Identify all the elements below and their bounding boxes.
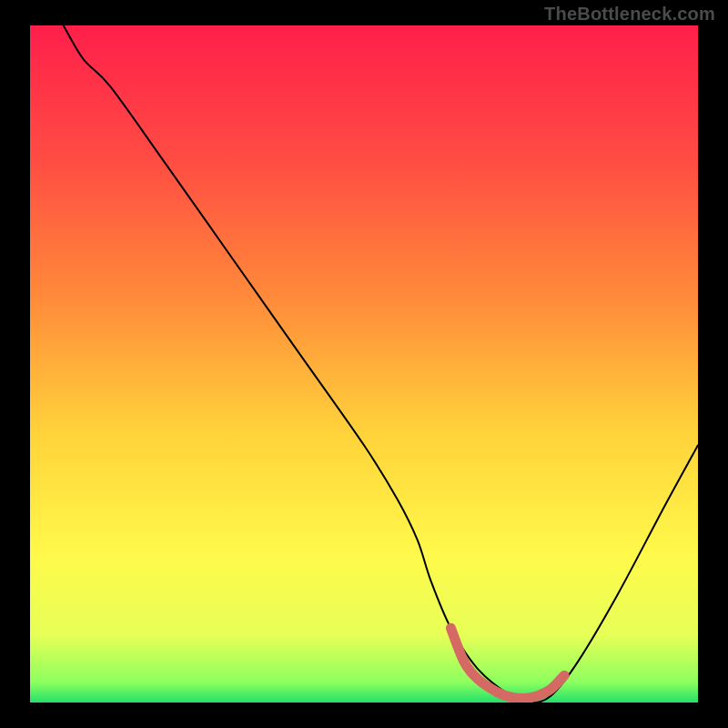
watermark-text: TheBottleneck.com xyxy=(544,4,715,25)
bottleneck-chart xyxy=(0,0,728,728)
plot-background xyxy=(30,25,698,703)
chart-container: TheBottleneck.com xyxy=(0,0,728,728)
